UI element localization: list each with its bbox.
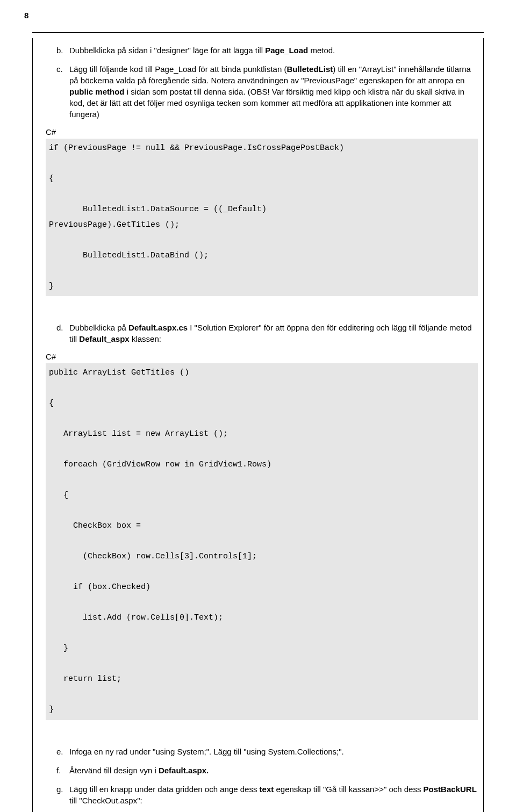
- text-bold: BulletedList: [286, 64, 333, 74]
- text-bold: PostBackURL: [424, 785, 477, 794]
- gap: [56, 727, 478, 746]
- gap: [56, 303, 478, 322]
- item-body: Lägg till följande kod till Page_Load fö…: [69, 63, 478, 120]
- text: i sidan som postat till denna sida. (OBS…: [69, 87, 464, 119]
- item-letter: g.: [56, 784, 69, 806]
- content-cell: b. Dubbelklicka på sidan i "designer" lä…: [32, 38, 484, 812]
- item-c: c. Lägg till följande kod till Page_Load…: [56, 63, 478, 120]
- item-f: f. Återvänd till design vyn i Default.as…: [56, 765, 478, 776]
- text: Återvänd till design vyn i: [69, 766, 159, 775]
- item-g: g. Lägg till en knapp under data gridden…: [56, 784, 478, 806]
- item-letter: c.: [56, 63, 69, 120]
- text-bold: Default_aspx: [79, 334, 129, 343]
- item-letter: f.: [56, 765, 69, 776]
- document-page: 8 b. Dubbelklicka på sidan i "designer" …: [0, 0, 516, 812]
- item-d: d. Dubbelklicka på Default.aspx.cs I "So…: [56, 322, 478, 344]
- item-body: Infoga en ny rad under "using System;". …: [69, 746, 478, 757]
- page-number: 8: [24, 11, 28, 20]
- text: Lägg till följande kod till Page_Load fö…: [69, 64, 286, 74]
- code-block-1: if (PreviousPage != null && PreviousPage…: [46, 139, 478, 296]
- text: till "CheckOut.aspx":: [69, 796, 142, 805]
- csharp-label: C#: [46, 352, 478, 361]
- item-letter: d.: [56, 322, 69, 344]
- text: Lägg till en knapp under data gridden oc…: [69, 785, 260, 794]
- csharp-label: C#: [46, 127, 478, 136]
- item-body: Lägg till en knapp under data gridden oc…: [69, 784, 478, 806]
- text: Infoga en ny rad under "using System;". …: [69, 747, 344, 756]
- item-body: Återvänd till design vyn i Default.aspx.: [69, 765, 478, 776]
- item-body: Dubbelklicka på Default.aspx.cs I "Solut…: [69, 322, 478, 344]
- text-bold: text: [260, 785, 274, 794]
- item-b: b. Dubbelklicka på sidan i "designer" lä…: [56, 45, 478, 56]
- text-bold: Default.aspx.cs: [128, 323, 188, 332]
- item-body: Dubbelklicka på sidan i "designer" läge …: [69, 45, 478, 56]
- text: klassen:: [130, 334, 161, 343]
- top-rule: [32, 32, 484, 33]
- item-letter: e.: [56, 746, 69, 757]
- text-bold: Default.aspx.: [159, 766, 209, 775]
- text-bold: Page_Load: [265, 46, 308, 55]
- text: metod.: [308, 46, 335, 55]
- text: egenskap till "Gå till kassan>>" och des…: [274, 785, 423, 794]
- text: Dubbelklicka på sidan i "designer" läge …: [69, 46, 265, 55]
- code-block-2: public ArrayList GetTitles () { ArrayLis…: [46, 363, 478, 720]
- item-letter: b.: [56, 45, 69, 56]
- item-e: e. Infoga en ny rad under "using System;…: [56, 746, 478, 757]
- content-column: b. Dubbelklicka på sidan i "designer" lä…: [54, 45, 478, 812]
- text-bold: public method: [69, 87, 125, 96]
- text: Dubbelklicka på: [69, 323, 128, 332]
